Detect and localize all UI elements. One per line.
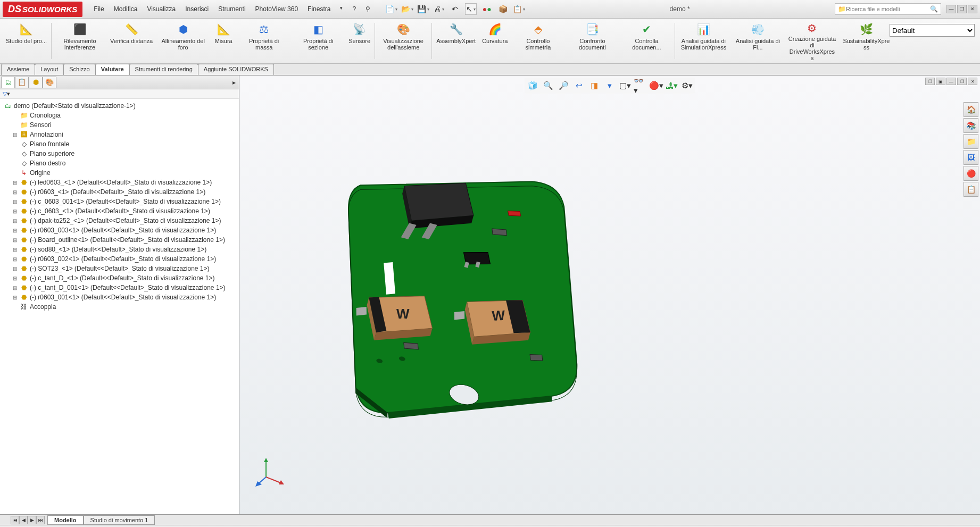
rib-confronto[interactable]: 📑Confronto documenti xyxy=(565,20,619,62)
vp-max-button[interactable]: ❐ xyxy=(925,78,935,85)
options-button[interactable]: 📦 xyxy=(497,3,509,15)
tab-assieme[interactable]: Assieme xyxy=(1,64,35,75)
tab-aggiunte[interactable]: Aggiunte SOLIDWORKS xyxy=(198,64,274,75)
tp-resources-button[interactable]: 🏠 xyxy=(964,102,978,117)
tree-sensori[interactable]: 📁Sensori xyxy=(1,120,238,130)
menu-insert[interactable]: Inserisci xyxy=(181,3,213,15)
rib-sustain[interactable]: 🌿SustainabilityXpress xyxy=(839,20,893,62)
new-doc-button[interactable]: 📄 xyxy=(385,3,397,15)
graphics-viewport[interactable]: 🧊 🔍 🔎 ↩ ◨ ▾ ▢▾ 👓▾ 🔴▾ 🏞▾ ⚙▾ ❐ ▣ — ❐ ✕ 🏠 📚… xyxy=(239,76,980,514)
vp-tile-button[interactable]: ▣ xyxy=(936,78,945,85)
zoom-area-button[interactable]: 🔎 xyxy=(557,79,570,93)
menu-window-drop[interactable]: ▾ xyxy=(336,3,347,15)
rib-vis-assieme[interactable]: 🎨Visualizzazione dell'assieme xyxy=(376,20,430,62)
view-settings-button[interactable]: ⚙▾ xyxy=(680,79,694,93)
tree-accoppia[interactable]: ⛓Accoppia xyxy=(1,302,238,312)
rib-drivexpress[interactable]: ⚙Creazione guidata di DriveWorksXpress xyxy=(785,20,839,62)
vp-min-button[interactable]: — xyxy=(946,78,956,85)
tree-part[interactable]: ⊞⬣(-) r0603_<1> (Default<<Default>_Stato… xyxy=(1,187,238,197)
tree-part[interactable]: ⊞⬣(-) SOT23_<1> (Default<<Default>_Stato… xyxy=(1,264,238,273)
tp-file-explorer-button[interactable]: 📁 xyxy=(964,134,978,149)
minimize-button[interactable]: — xyxy=(946,5,956,13)
undo-button[interactable]: ↶ xyxy=(449,3,461,15)
rib-studio[interactable]: 📐Studio del pro... xyxy=(3,20,50,62)
tree-annotazioni[interactable]: ⊞🅰Annotazioni xyxy=(1,130,238,139)
tree-part[interactable]: ⊞⬣(-) c_0603_<1> (Default<<Default>_Stat… xyxy=(1,206,238,216)
select-button[interactable]: ↖ xyxy=(465,3,477,15)
menu-help[interactable]: ? xyxy=(348,3,360,15)
menu-view[interactable]: Visualizza xyxy=(143,3,180,15)
tree-part[interactable]: ⊞⬣(-) sod80_<1> (Default<<Default>_Stato… xyxy=(1,245,238,254)
tab-first-button[interactable]: ⏮ xyxy=(11,516,19,524)
menu-photoview[interactable]: PhotoView 360 xyxy=(251,3,303,15)
tp-design-lib-button[interactable]: 📚 xyxy=(964,118,978,133)
tp-appearances-button[interactable]: 🔴 xyxy=(964,166,978,181)
menu-edit[interactable]: Modifica xyxy=(110,3,142,15)
section-view-button[interactable]: ◨ xyxy=(587,79,601,93)
search-box[interactable]: 📁 🔍 xyxy=(835,3,941,15)
rib-controlla[interactable]: ✔Controlla documen... xyxy=(619,20,674,62)
prev-view-button[interactable]: ↩ xyxy=(572,79,586,93)
rib-sensore[interactable]: 📡Sensore xyxy=(345,20,373,62)
tab-valutare[interactable]: Valutare xyxy=(95,64,130,75)
scene-button[interactable]: 🏞▾ xyxy=(665,79,678,93)
tab-last-button[interactable]: ⏭ xyxy=(36,516,45,524)
search-input[interactable] xyxy=(846,6,930,12)
display-style-button[interactable]: ▢▾ xyxy=(618,79,632,93)
menu-file[interactable]: File xyxy=(89,3,108,15)
fm-tree-tab[interactable]: 🗂 xyxy=(1,77,15,88)
tree-part[interactable]: ⊞⬣(-) led0603_<1> (Default<<Default>_Sta… xyxy=(1,178,238,187)
tree-piano-front[interactable]: ◇Piano frontale xyxy=(1,139,238,149)
fm-dimxpert-tab[interactable]: 🎨 xyxy=(43,77,56,88)
configuration-select[interactable]: Default xyxy=(890,24,975,37)
rib-rilevamento[interactable]: ⬛Rilevamento interferenze xyxy=(53,20,107,62)
rib-simmetria[interactable]: ⬘Controllo simmetria xyxy=(511,20,565,62)
tree-part[interactable]: ⊞⬣(-) r0603_002<1> (Default<<Default>_St… xyxy=(1,254,238,264)
rib-floxpress[interactable]: 💨Analisi guidata di Fl... xyxy=(730,20,785,62)
rib-curvatura[interactable]: 🌈Curvatura xyxy=(479,20,511,62)
tab-next-button[interactable]: ▶ xyxy=(28,516,36,524)
rib-prop-sezione[interactable]: ◧Proprietà di sezione xyxy=(291,20,345,62)
print-button[interactable]: 🖨 xyxy=(433,3,445,15)
open-doc-button[interactable]: 📂 xyxy=(401,3,413,15)
fm-collapse-button[interactable]: ▸ xyxy=(230,79,238,86)
rib-misura[interactable]: 📐Misura xyxy=(210,20,237,62)
restore-button[interactable]: ❐ xyxy=(957,5,967,13)
tp-view-palette-button[interactable]: 🖼 xyxy=(964,150,978,165)
appearance-button[interactable]: 🔴▾ xyxy=(649,79,663,93)
tab-schizzo[interactable]: Schizzo xyxy=(63,64,96,75)
tp-custom-props-button[interactable]: 📋 xyxy=(964,182,978,197)
tree-root[interactable]: 🗂demo (Default<Stato di visualizzazione-… xyxy=(1,101,238,111)
tree-piano-sup[interactable]: ◇Piano superiore xyxy=(1,149,238,158)
options-drop-button[interactable]: 📋 xyxy=(513,3,525,15)
tab-prev-button[interactable]: ◀ xyxy=(19,516,28,524)
tree-part[interactable]: ⊞⬣(-) c_tant_D_<1> (Default<<Default>_St… xyxy=(1,273,238,283)
rib-allineamento[interactable]: ⬢Allineamento del foro xyxy=(156,20,210,62)
tree-cronologia[interactable]: 📁Cronologia xyxy=(1,111,238,120)
menu-pin-icon[interactable]: ⚲ xyxy=(361,3,375,15)
rebuild-button[interactable]: ●● xyxy=(481,3,493,15)
hide-show-button[interactable]: 👓▾ xyxy=(634,79,647,93)
tab-render[interactable]: Strumenti di rendering xyxy=(129,64,198,75)
tree-part[interactable]: ⊞⬣(-) r0603_001<1> (Default<<Default>_St… xyxy=(1,292,238,302)
save-button[interactable]: 💾 xyxy=(417,3,429,15)
zoom-fit-button[interactable]: 🔍 xyxy=(541,79,555,93)
feature-filter-bar[interactable]: ▽▾ xyxy=(0,89,239,99)
menu-window[interactable]: Finestra xyxy=(303,3,335,15)
close-button[interactable]: ✕ xyxy=(968,5,977,13)
rib-verifica[interactable]: 📏Verifica distanza xyxy=(107,20,156,62)
search-icon[interactable]: 🔍 xyxy=(930,5,938,13)
tab-layout[interactable]: Layout xyxy=(35,64,64,75)
rib-prop-massa[interactable]: ⚖Proprietà di massa xyxy=(237,20,291,62)
tree-part[interactable]: ⊞⬣(-) c_0603_001<1> (Default<<Default>_S… xyxy=(1,197,238,206)
tree-part[interactable]: ⊞⬣(-) r0603_003<1> (Default<<Default>_St… xyxy=(1,225,238,235)
rib-simxpress[interactable]: 📊Analisi guidata di SimulationXpress xyxy=(676,20,730,62)
menu-tools[interactable]: Strumenti xyxy=(214,3,250,15)
vp-close-button[interactable]: ✕ xyxy=(968,78,977,85)
tab-modello[interactable]: Modello xyxy=(47,515,84,525)
tree-origine[interactable]: ↳Origine xyxy=(1,168,238,178)
tree-part[interactable]: ⊞⬣(-) Board_outline<1> (Default<<Default… xyxy=(1,235,238,245)
fm-property-tab[interactable]: 📋 xyxy=(15,77,29,88)
tree-part[interactable]: ⊞⬣(-) dpak-to252_<1> (Default<<Default>_… xyxy=(1,216,238,225)
tab-movimento[interactable]: Studio di movimento 1 xyxy=(84,515,155,525)
